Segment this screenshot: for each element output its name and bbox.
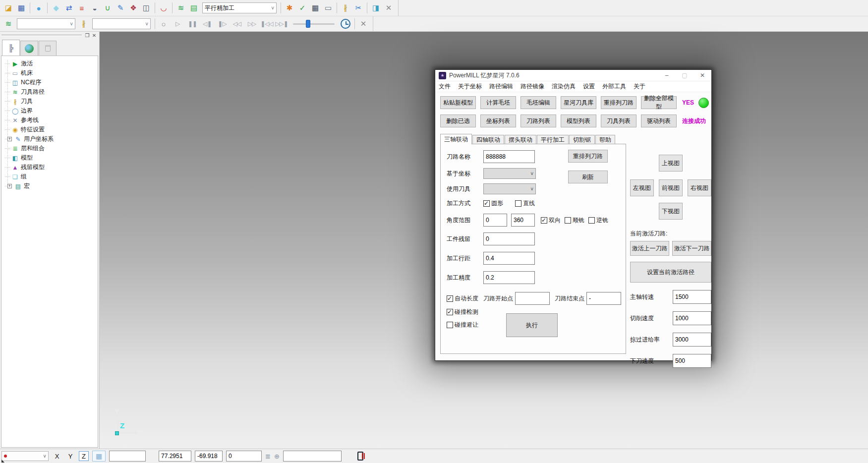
- delete-selected-button[interactable]: 删除已选: [440, 115, 476, 127]
- tree-item-nc-programs[interactable]: ◫NC程序: [4, 78, 98, 87]
- activate-prev-toolpath-button[interactable]: 激活上一刀路: [630, 241, 669, 256]
- gauge-icon[interactable]: ▭: [322, 2, 335, 14]
- coord-x-input[interactable]: [159, 451, 191, 462]
- tab-saw[interactable]: 切割锯: [569, 135, 595, 144]
- axis-x-button[interactable]: X: [52, 451, 62, 461]
- collision-check-checkbox[interactable]: 碰撞检测: [447, 308, 478, 316]
- view-right-button[interactable]: 右视图: [688, 179, 711, 196]
- menu-path-edit[interactable]: 路径编辑: [489, 82, 513, 91]
- tree-item-models[interactable]: ◧模型: [4, 153, 98, 163]
- paste-new-model-button[interactable]: 粘贴新模型: [440, 96, 476, 109]
- stock-edit-button[interactable]: 毛坯编辑: [521, 96, 556, 109]
- scissors-icon[interactable]: ✂: [352, 2, 365, 14]
- step-forward-icon[interactable]: ❚▷: [215, 18, 230, 30]
- tree-item-boundaries[interactable]: ◯边界: [4, 106, 98, 116]
- rewind-icon[interactable]: ◁◁: [230, 18, 244, 30]
- toolpath-list-button[interactable]: 刀路列表: [521, 115, 556, 127]
- close-panel-icon[interactable]: ✕: [91, 32, 98, 39]
- simulation-speed-slider[interactable]: [293, 19, 335, 29]
- coord-list-button[interactable]: 坐标列表: [480, 115, 516, 127]
- play-icon[interactable]: ▷: [170, 18, 185, 30]
- conventional-mill-checkbox[interactable]: 逆铣: [588, 216, 608, 225]
- menu-file[interactable]: 文件: [439, 82, 451, 91]
- start-point-input[interactable]: [515, 292, 550, 305]
- menu-about[interactable]: 关于: [634, 82, 645, 91]
- drive-list-button[interactable]: 驱动列表: [641, 115, 677, 127]
- tab-help[interactable]: 帮助: [595, 135, 615, 144]
- panel-grip[interactable]: ❐ ✕: [0, 32, 99, 39]
- tree-item-machine-tool[interactable]: ▭机床: [4, 68, 98, 78]
- tab-viewer[interactable]: [20, 41, 38, 56]
- tool-list-button[interactable]: 刀具列表: [601, 115, 637, 127]
- tab-4axis[interactable]: 四轴联动: [472, 135, 504, 144]
- based-coord-select[interactable]: ˅: [483, 168, 536, 179]
- points-icon[interactable]: ❖: [127, 2, 140, 14]
- spindle-speed-input[interactable]: [673, 290, 711, 304]
- toolpath-list-icon[interactable]: ▤: [187, 2, 200, 14]
- bidirectional-checkbox[interactable]: 双向: [541, 216, 561, 225]
- collision-avoid-checkbox[interactable]: 碰撞避让: [447, 321, 478, 329]
- view-top-button[interactable]: 上视图: [659, 155, 683, 172]
- xinghe-tool-library-button[interactable]: 星河刀具库: [561, 96, 596, 109]
- plunge-speed-input[interactable]: [673, 354, 711, 368]
- dialog-titlebar[interactable]: ★ PowerMILL 忆梦星河 7.0.6 – ▢ ✕: [435, 70, 711, 81]
- tab-recycle-bin[interactable]: [39, 41, 57, 56]
- tool-select-icon[interactable]: ∦: [77, 18, 90, 30]
- toolpath-name-input[interactable]: [483, 150, 535, 163]
- toolholder-icon[interactable]: ◫: [140, 2, 153, 14]
- tree-item-activate[interactable]: ▶激活: [4, 59, 98, 68]
- rearrange-toolpaths-button[interactable]: 重排列刀路: [568, 150, 608, 163]
- stock-allowance-input[interactable]: [483, 232, 535, 245]
- status-message-input[interactable]: [283, 451, 342, 462]
- mode-circle-checkbox[interactable]: 圆形: [483, 199, 503, 208]
- open-project-icon[interactable]: ◪: [2, 2, 15, 14]
- pattern-icon[interactable]: ✎: [114, 2, 127, 14]
- activate-next-toolpath-button[interactable]: 激活下一刀路: [672, 241, 711, 256]
- climb-mill-checkbox[interactable]: 顺铣: [565, 216, 584, 225]
- fast-forward-icon[interactable]: ▷▷: [244, 18, 259, 30]
- tree-item-stock-models[interactable]: ▲残留模型: [4, 163, 98, 172]
- mode-line-checkbox[interactable]: 直线: [515, 199, 535, 208]
- tab-3axis[interactable]: 三轴联动: [440, 134, 472, 144]
- axis-z-button[interactable]: Z: [79, 451, 89, 461]
- angle-to-input[interactable]: [511, 214, 535, 227]
- tab-head-sync[interactable]: 摆头联动: [505, 135, 536, 144]
- toolpath-spring-icon[interactable]: ≋: [2, 18, 15, 30]
- tool-icon[interactable]: ◒: [88, 2, 101, 14]
- tree-item-feature-sets[interactable]: ◉特征设置: [4, 125, 98, 134]
- close-toolbar-icon[interactable]: ✕: [382, 2, 395, 14]
- coord-z-input[interactable]: [226, 451, 262, 462]
- auto-length-checkbox[interactable]: 自动长度: [447, 294, 478, 303]
- tree-item-groups[interactable]: ❏组: [4, 172, 98, 181]
- go-to-end-icon[interactable]: ▷▷❚: [274, 18, 289, 30]
- grid-toggle-button[interactable]: ▦: [92, 451, 106, 462]
- menu-path-mirror[interactable]: 路径镜像: [521, 82, 544, 91]
- boundary-icon[interactable]: ∪: [101, 2, 114, 14]
- tool-select-combo[interactable]: ˅: [92, 18, 151, 29]
- menu-settings[interactable]: 设置: [583, 82, 595, 91]
- pause-icon[interactable]: ❚❚: [185, 18, 200, 30]
- step-back-icon[interactable]: ◁❚: [200, 18, 215, 30]
- view-front-button[interactable]: 前视图: [659, 179, 683, 196]
- go-to-start-icon[interactable]: ❚◁◁: [259, 18, 274, 30]
- minimize-button[interactable]: –: [658, 70, 676, 81]
- toolpath-strategy-icon[interactable]: ⇄: [62, 2, 75, 14]
- feedrate-icon[interactable]: ≡: [75, 2, 88, 14]
- simulate-entity-icon[interactable]: ✱: [283, 2, 296, 14]
- toolpath-select-combo[interactable]: ˅: [17, 18, 75, 29]
- execute-button[interactable]: 执行: [506, 313, 558, 337]
- tab-explorer-tree[interactable]: ╠: [2, 40, 20, 56]
- machining-strategy-combo[interactable]: 平行精加工˅: [202, 2, 277, 13]
- use-tool-select[interactable]: ˅: [483, 183, 536, 194]
- block-icon[interactable]: ◆: [50, 2, 62, 14]
- calculator-icon[interactable]: ▦: [309, 2, 322, 14]
- maximize-button[interactable]: ▢: [676, 70, 694, 81]
- tree-item-patterns[interactable]: ✕参考线: [4, 116, 98, 125]
- tree-item-toolpaths[interactable]: ≋刀具路径: [4, 87, 98, 97]
- restore-panel-icon[interactable]: ❐: [84, 32, 91, 39]
- angle-from-input[interactable]: [483, 214, 507, 227]
- slider-handle[interactable]: [306, 20, 310, 28]
- item-select-dropdown[interactable]: ˅: [1, 451, 49, 461]
- collision-check-icon[interactable]: ◡: [157, 2, 170, 14]
- tree-item-levels-sets[interactable]: ≣层和组合: [4, 144, 98, 153]
